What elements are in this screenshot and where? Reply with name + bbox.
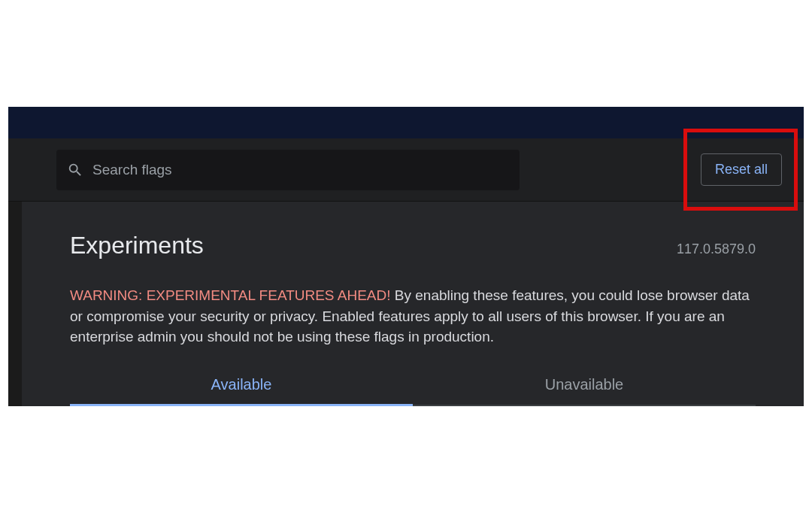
warning-paragraph: WARNING: EXPERIMENTAL FEATURES AHEAD! By…	[70, 285, 756, 348]
tab-unavailable[interactable]: Unavailable	[413, 376, 756, 406]
heading-row: Experiments 117.0.5879.0	[70, 202, 756, 260]
search-input[interactable]	[83, 162, 509, 178]
toolbar: Reset all	[8, 138, 804, 202]
version-label: 117.0.5879.0	[677, 241, 756, 257]
search-icon	[67, 162, 83, 178]
tabs: Available Unavailable	[70, 376, 756, 406]
page-title: Experiments	[70, 232, 204, 260]
tab-available[interactable]: Available	[70, 376, 413, 406]
reset-all-button[interactable]: Reset all	[701, 153, 782, 186]
flags-page: Reset all Experiments 117.0.5879.0 WARNI…	[8, 107, 804, 406]
reset-highlight-box: Reset all	[683, 129, 798, 211]
content-area: Experiments 117.0.5879.0 WARNING: EXPERI…	[8, 202, 804, 406]
warning-prefix: WARNING: EXPERIMENTAL FEATURES AHEAD!	[70, 287, 391, 303]
search-wrap	[56, 150, 520, 190]
